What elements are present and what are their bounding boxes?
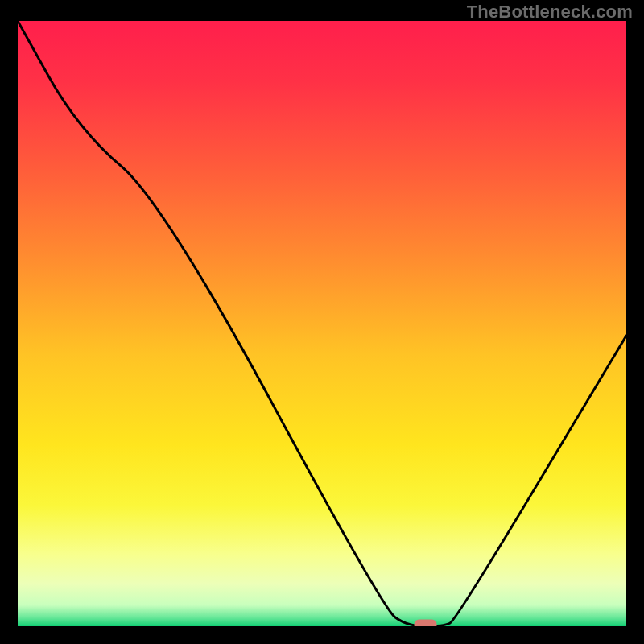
plot-area	[18, 21, 626, 626]
chart-stage: TheBottleneck.com	[0, 0, 644, 644]
heatmap-background	[18, 21, 626, 626]
watermark-text: TheBottleneck.com	[467, 2, 633, 23]
bottleneck-chart	[18, 21, 626, 626]
optimal-marker	[415, 620, 437, 627]
